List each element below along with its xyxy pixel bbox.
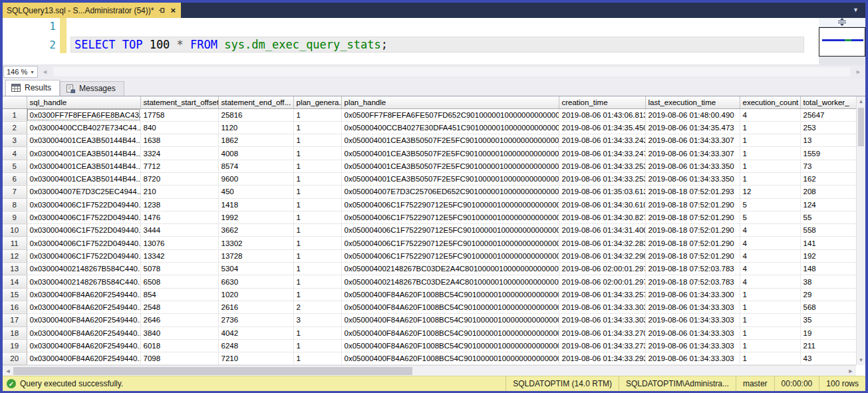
cell[interactable]: 2019-08-06 02:00:01.297	[559, 263, 645, 275]
cell[interactable]: 2736	[218, 314, 293, 327]
cell[interactable]: 0x05000400F84A620F1008BC54C9010000010000…	[341, 339, 559, 352]
pin-icon[interactable]	[158, 7, 166, 14]
column-header-execution_count[interactable]: execution_count	[740, 96, 800, 108]
cell[interactable]: 2019-08-06 01:34:33.307	[645, 147, 740, 160]
cell[interactable]: 162	[800, 172, 856, 185]
cell[interactable]: 13076	[140, 237, 218, 249]
cell[interactable]: 2019-08-06 01:34:33.303	[559, 301, 645, 313]
cell[interactable]: 1	[740, 147, 800, 160]
cell[interactable]: 211	[800, 339, 856, 352]
editor-scrollbar-map[interactable]	[819, 18, 865, 65]
cell[interactable]: 2019-08-18 07:52:03.783	[645, 275, 740, 288]
cell[interactable]: 0x050004001CEA3B50507F2E5FC9010000010000…	[341, 172, 559, 185]
cell[interactable]: 0x050004006C1F752290712E5FC9010000010000…	[341, 198, 559, 211]
column-header-plan_handle[interactable]: plan_handle	[341, 96, 559, 108]
row-header[interactable]: 6	[3, 172, 27, 185]
cell[interactable]: 0x030004006C1F7522D049440...	[27, 237, 140, 249]
cell[interactable]: 1120	[218, 121, 293, 134]
cell[interactable]: 2019-08-06 01:34:33.303	[645, 314, 740, 327]
cell[interactable]: 2019-08-06 01:34:33.303	[645, 327, 740, 339]
cell[interactable]: 2019-08-06 01:34:33.303	[645, 339, 740, 352]
cell[interactable]: 2019-08-06 01:34:33.303	[645, 352, 740, 365]
cell[interactable]: 0x050004001CEA3B50507F2E5FC9010000010000…	[341, 147, 559, 160]
cell[interactable]: 141	[800, 237, 856, 249]
cell[interactable]: 1	[740, 314, 800, 327]
cell[interactable]: 0x0300FF7F8FEFA6FE8BAC43...	[27, 108, 140, 121]
cell[interactable]: 1	[293, 339, 341, 352]
scroll-right-icon[interactable]: ►	[845, 368, 856, 374]
cell[interactable]: 1992	[218, 211, 293, 223]
cell[interactable]: 1238	[140, 198, 218, 211]
cell[interactable]: 1	[740, 352, 800, 365]
cell[interactable]: 3324	[140, 147, 218, 160]
splitter-handle[interactable]	[819, 18, 865, 27]
cell[interactable]: 35	[800, 314, 856, 327]
cell[interactable]: 1	[740, 301, 800, 313]
cell[interactable]: 1	[293, 198, 341, 211]
scroll-left-icon[interactable]: ◄	[3, 368, 13, 374]
cell[interactable]: 0x030004006C1F7522D049440...	[27, 224, 140, 237]
cell[interactable]: 1476	[140, 211, 218, 223]
row-header[interactable]: 20	[3, 352, 27, 365]
scroll-up-icon[interactable]: ▲	[857, 96, 865, 106]
cell[interactable]: 0x03000400F84A620F2549440...	[27, 339, 140, 352]
cell[interactable]: 3840	[140, 327, 218, 339]
cell[interactable]: 1	[293, 147, 341, 160]
cell[interactable]: 558	[800, 224, 856, 237]
cell[interactable]: 3444	[140, 224, 218, 237]
scroll-map-preview[interactable]	[819, 27, 865, 57]
cell[interactable]: 73	[800, 160, 856, 172]
cell[interactable]: 0x030004007E7D3C25EC4944...	[27, 186, 140, 198]
cell[interactable]: 1862	[218, 134, 293, 147]
cell[interactable]: 1	[293, 172, 341, 185]
cell[interactable]: 0x050004002148267BC03DE2A4C8010000010000…	[341, 263, 559, 275]
column-header-total_worker_[interactable]: total_worker_	[800, 96, 856, 108]
cell[interactable]: 0x050004002148267BC03DE2A4C8010000010000…	[341, 275, 559, 288]
close-icon[interactable]: ×	[170, 6, 176, 15]
cell[interactable]: 0x03000400F84A620F2549440...	[27, 314, 140, 327]
cell[interactable]: 2548	[140, 301, 218, 313]
editor-hscroll-track[interactable]	[53, 67, 850, 76]
cell[interactable]: 2646	[140, 314, 218, 327]
cell[interactable]: 1	[740, 339, 800, 352]
cell[interactable]: 1	[293, 275, 341, 288]
cell[interactable]: 2019-08-06 01:34:33.307	[645, 134, 740, 147]
cell[interactable]: 0x050004006C1F752290712E5FC9010000010000…	[341, 237, 559, 249]
cell[interactable]: 0x030004002148267B584C440...	[27, 275, 140, 288]
row-header[interactable]: 13	[3, 263, 27, 275]
cell[interactable]: 6018	[140, 339, 218, 352]
cell[interactable]: 25816	[218, 108, 293, 121]
code-editor[interactable]: 1 2 SELECT TOP 100 * FROM sys.dm_exec_qu…	[3, 18, 865, 65]
cell[interactable]: 0x03000400F84A620F2549440...	[27, 352, 140, 365]
grid-horizontal-scrollbar[interactable]: ◄ ►	[3, 365, 856, 376]
cell[interactable]: 5	[740, 198, 800, 211]
cell[interactable]: 2019-08-06 02:00:01.297	[559, 275, 645, 288]
document-tab[interactable]: SQLQuery13.sql - S...Administrator (54))…	[3, 3, 181, 18]
cell[interactable]: 210	[140, 186, 218, 198]
cell[interactable]: 2019-08-06 01:34:32.290	[559, 249, 645, 262]
row-header[interactable]: 12	[3, 249, 27, 262]
cell[interactable]: 13728	[218, 249, 293, 262]
cell[interactable]: 450	[218, 186, 293, 198]
query-line-code[interactable]: SELECT TOP 100 * FROM sys.dm_exec_query_…	[74, 38, 388, 51]
cell[interactable]: 2019-08-06 01:34:35.473	[645, 121, 740, 134]
cell[interactable]: 4	[740, 275, 800, 288]
cell[interactable]: 2	[293, 301, 341, 313]
cell[interactable]: 2019-08-06 01:34:33.253	[559, 172, 645, 185]
cell[interactable]: 208	[800, 186, 856, 198]
cell[interactable]: 2019-08-18 07:52:01.290	[645, 237, 740, 249]
cell[interactable]: 1	[740, 134, 800, 147]
tab-results[interactable]: Results	[5, 80, 60, 96]
row-header[interactable]: 11	[3, 237, 27, 249]
cell[interactable]: 1	[293, 186, 341, 198]
cell[interactable]: 1418	[218, 198, 293, 211]
cell[interactable]: 6248	[218, 339, 293, 352]
column-header-statement_end_off[interactable]: statement_end_off...	[218, 96, 293, 108]
cell[interactable]: 13	[800, 134, 856, 147]
cell[interactable]: 13302	[218, 237, 293, 249]
cell[interactable]: 0x030004001CEA3B50144B44...	[27, 134, 140, 147]
cell[interactable]: 1	[740, 327, 800, 339]
cell[interactable]: 2019-08-06 01:34:33.303	[645, 301, 740, 313]
cell[interactable]: 2019-08-06 01:34:33.293	[559, 352, 645, 365]
cell[interactable]: 4	[740, 249, 800, 262]
